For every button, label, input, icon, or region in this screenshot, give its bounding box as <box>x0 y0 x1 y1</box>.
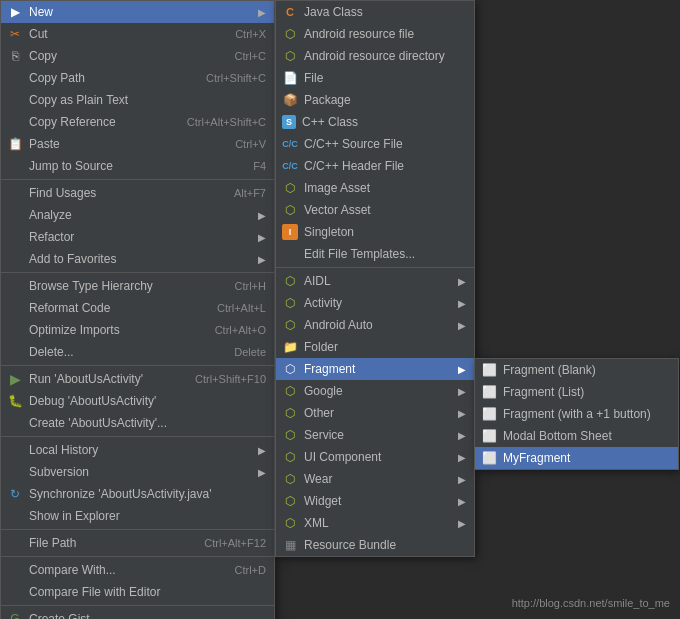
google-arrow: ▶ <box>458 386 466 397</box>
menu-item-android-resource-file[interactable]: ⬡ Android resource file <box>276 23 474 45</box>
favorites-arrow: ▶ <box>258 254 266 265</box>
menu-item-widget[interactable]: ⬡ Widget ▶ <box>276 490 474 512</box>
menu-item-debug[interactable]: 🐛 Debug 'AboutUsActivity' <box>1 390 274 412</box>
menu-item-edit-templates[interactable]: Edit File Templates... <box>276 243 474 265</box>
menu-item-xml[interactable]: ⬡ XML ▶ <box>276 512 474 534</box>
compare-editor-icon <box>7 584 23 600</box>
menu-item-cpp-source[interactable]: C/C C/C++ Source File <box>276 133 474 155</box>
menu-item-copy-ref[interactable]: Copy Reference Ctrl+Alt+Shift+C <box>1 111 274 133</box>
new-arrow: ▶ <box>258 7 266 18</box>
menu-item-copy-path[interactable]: Copy Path Ctrl+Shift+C <box>1 67 274 89</box>
separator1 <box>1 179 274 180</box>
android-res-file-icon: ⬡ <box>282 26 298 42</box>
menu-item-new[interactable]: ▶ New ▶ <box>1 1 274 23</box>
jump-icon <box>7 158 23 174</box>
menu-item-gist[interactable]: G Create Gist... <box>1 608 274 619</box>
google-icon: ⬡ <box>282 383 298 399</box>
menu-item-aidl[interactable]: ⬡ AIDL ▶ <box>276 270 474 292</box>
menu-item-optimize[interactable]: Optimize Imports Ctrl+Alt+O <box>1 319 274 341</box>
menu-item-myfragment[interactable]: ⬜ MyFragment <box>475 447 678 469</box>
copy-plain-icon <box>7 92 23 108</box>
paste-icon: 📋 <box>7 136 23 152</box>
menu-item-show-explorer[interactable]: Show in Explorer <box>1 505 274 527</box>
separator4 <box>1 436 274 437</box>
menu-item-run[interactable]: ▶ Run 'AboutUsActivity' Ctrl+Shift+F10 <box>1 368 274 390</box>
menu-item-fragment-blank[interactable]: ⬜ Fragment (Blank) <box>475 359 678 381</box>
menu-item-copy[interactable]: ⎘ Copy Ctrl+C <box>1 45 274 67</box>
menu-item-modal-bottom-sheet[interactable]: ⬜ Modal Bottom Sheet <box>475 425 678 447</box>
watermark: http://blog.csdn.net/smile_to_me <box>512 597 670 609</box>
menu-item-ui-component[interactable]: ⬡ UI Component ▶ <box>276 446 474 468</box>
menu-item-service[interactable]: ⬡ Service ▶ <box>276 424 474 446</box>
menu-item-compare-editor[interactable]: Compare File with Editor <box>1 581 274 603</box>
cpp-class-icon: S <box>282 115 296 129</box>
menu-item-local-history[interactable]: Local History ▶ <box>1 439 274 461</box>
subversion-icon <box>7 464 23 480</box>
android-auto-arrow: ▶ <box>458 320 466 331</box>
sync-icon: ↻ <box>7 486 23 502</box>
menu-item-reformat[interactable]: Reformat Code Ctrl+Alt+L <box>1 297 274 319</box>
menu-item-browse-hierarchy[interactable]: Browse Type Hierarchy Ctrl+H <box>1 275 274 297</box>
modal-bottom-icon: ⬜ <box>481 428 497 444</box>
menu-item-singleton[interactable]: I Singleton <box>276 221 474 243</box>
menu-item-delete[interactable]: Delete... Delete <box>1 341 274 363</box>
menu-item-activity[interactable]: ⬡ Activity ▶ <box>276 292 474 314</box>
new-label: New <box>29 5 254 19</box>
menu-item-paste[interactable]: 📋 Paste Ctrl+V <box>1 133 274 155</box>
menu-item-file-path[interactable]: File Path Ctrl+Alt+F12 <box>1 532 274 554</box>
menu-item-image-asset[interactable]: ⬡ Image Asset <box>276 177 474 199</box>
menu-item-favorites[interactable]: Add to Favorites ▶ <box>1 248 274 270</box>
service-icon: ⬡ <box>282 427 298 443</box>
menu-item-android-resource-dir[interactable]: ⬡ Android resource directory <box>276 45 474 67</box>
menu-item-google[interactable]: ⬡ Google ▶ <box>276 380 474 402</box>
activity-icon: ⬡ <box>282 295 298 311</box>
widget-icon: ⬡ <box>282 493 298 509</box>
separator3 <box>1 365 274 366</box>
menu-item-sync[interactable]: ↻ Synchronize 'AboutUsActivity.java' <box>1 483 274 505</box>
menu-level3: ⬜ Fragment (Blank) ⬜ Fragment (List) ⬜ F… <box>474 358 679 470</box>
menu-item-cut[interactable]: ✂ Cut Ctrl+X <box>1 23 274 45</box>
gist-icon: G <box>7 611 23 619</box>
explorer-icon <box>7 508 23 524</box>
menu-item-copy-plain[interactable]: Copy as Plain Text <box>1 89 274 111</box>
myfragment-icon: ⬜ <box>481 450 497 466</box>
menu-item-java-class[interactable]: C Java Class <box>276 1 474 23</box>
menu-item-file[interactable]: 📄 File <box>276 67 474 89</box>
menu-item-subversion[interactable]: Subversion ▶ <box>1 461 274 483</box>
aidl-icon: ⬡ <box>282 273 298 289</box>
folder-icon: 📁 <box>282 339 298 355</box>
analyze-arrow: ▶ <box>258 210 266 221</box>
menu-item-jump[interactable]: Jump to Source F4 <box>1 155 274 177</box>
menu-item-cpp-class[interactable]: S C++ Class <box>276 111 474 133</box>
java-icon: C <box>282 4 298 20</box>
menu-item-cpp-header[interactable]: C/C C/C++ Header File <box>276 155 474 177</box>
menu-item-wear[interactable]: ⬡ Wear ▶ <box>276 468 474 490</box>
menu-item-create[interactable]: Create 'AboutUsActivity'... <box>1 412 274 434</box>
separator2 <box>1 272 274 273</box>
menu-item-resource-bundle[interactable]: ▦ Resource Bundle <box>276 534 474 556</box>
menu-item-compare[interactable]: Compare With... Ctrl+D <box>1 559 274 581</box>
other-icon: ⬡ <box>282 405 298 421</box>
subversion-arrow: ▶ <box>258 467 266 478</box>
xml-arrow: ▶ <box>458 518 466 529</box>
menu-item-fragment-plus1[interactable]: ⬜ Fragment (with a +1 button) <box>475 403 678 425</box>
widget-arrow: ▶ <box>458 496 466 507</box>
menu-item-package[interactable]: 📦 Package <box>276 89 474 111</box>
menu-item-vector-asset[interactable]: ⬡ Vector Asset <box>276 199 474 221</box>
debug-icon: 🐛 <box>7 393 23 409</box>
menu-item-fragment-list[interactable]: ⬜ Fragment (List) <box>475 381 678 403</box>
cpp-source-icon: C/C <box>282 136 298 152</box>
favorites-icon <box>7 251 23 267</box>
menu-item-refactor[interactable]: Refactor ▶ <box>1 226 274 248</box>
run-icon: ▶ <box>7 371 23 387</box>
menu-item-find-usages[interactable]: Find Usages Alt+F7 <box>1 182 274 204</box>
delete-icon <box>7 344 23 360</box>
copy-ref-icon <box>7 114 23 130</box>
menu-item-android-auto[interactable]: ⬡ Android Auto ▶ <box>276 314 474 336</box>
cut-icon: ✂ <box>7 26 23 42</box>
menu-item-folder[interactable]: 📁 Folder <box>276 336 474 358</box>
fragment-arrow: ▶ <box>458 364 466 375</box>
menu-item-analyze[interactable]: Analyze ▶ <box>1 204 274 226</box>
menu-item-fragment[interactable]: ⬡ Fragment ▶ <box>276 358 474 380</box>
menu-item-other[interactable]: ⬡ Other ▶ <box>276 402 474 424</box>
